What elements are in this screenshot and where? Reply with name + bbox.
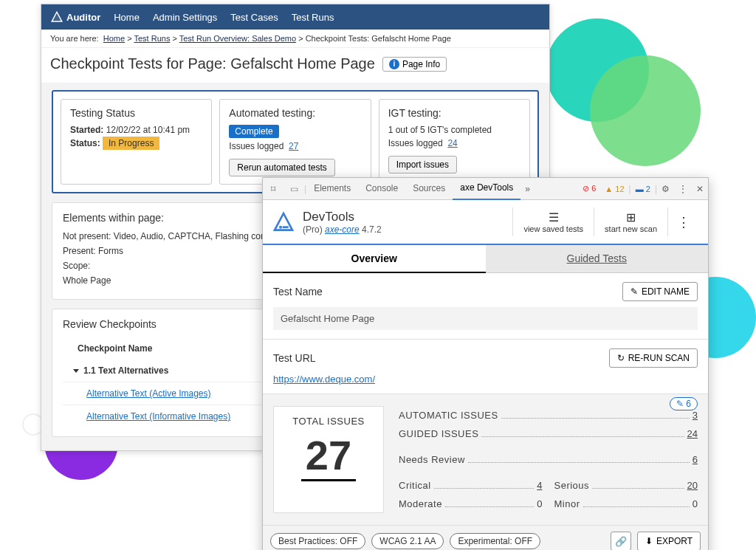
chip-experimental[interactable]: Experimental: OFF bbox=[450, 533, 540, 549]
minor-label: Minor bbox=[554, 498, 580, 509]
needs-review-label: Needs Review bbox=[399, 454, 465, 465]
complete-badge: Complete bbox=[229, 125, 278, 138]
more-tabs-icon[interactable]: » bbox=[520, 184, 535, 194]
page-title-row: Checkpoint Tests for Page: Gefalscht Hom… bbox=[41, 48, 549, 83]
error-count[interactable]: ⊘ 6 bbox=[580, 184, 599, 193]
pencil-icon: ✎ bbox=[630, 286, 638, 297]
testing-status-card: Testing Status Started: 12/02/22 at 10:4… bbox=[61, 99, 212, 185]
auto-issues-label: Issues logged bbox=[229, 141, 284, 151]
info-count[interactable]: ▬ 2 bbox=[633, 185, 653, 193]
issues-summary: 6 TOTAL ISSUES 27 AUTOMATIC ISSUES3 GUID… bbox=[263, 394, 708, 525]
guided-issues-value[interactable]: 24 bbox=[687, 428, 698, 439]
view-saved-tests-button[interactable]: ☰view saved tests bbox=[512, 207, 594, 236]
warning-count[interactable]: ▲ 12 bbox=[602, 185, 627, 193]
close-icon[interactable]: ✕ bbox=[692, 184, 708, 194]
total-issues-value[interactable]: 27 bbox=[301, 431, 356, 481]
devtools-browser-tabs: ⌑ ▭ | Elements Console Sources axe DevTo… bbox=[263, 178, 708, 200]
started-value: 12/02/22 at 10:41 pm bbox=[106, 125, 190, 135]
start-new-scan-button[interactable]: ⊞start new scan bbox=[594, 207, 667, 236]
axe-logo-icon bbox=[272, 210, 295, 234]
chip-wcag[interactable]: WCAG 2.1 AA bbox=[371, 533, 444, 549]
test-url-link[interactable]: https://www.deque.com/ bbox=[273, 374, 375, 385]
tab-sources[interactable]: Sources bbox=[405, 178, 453, 199]
auditor-app-name: Auditor bbox=[66, 12, 100, 23]
moderate-label: Moderate bbox=[399, 498, 442, 509]
started-label: Started: bbox=[70, 125, 103, 135]
automated-testing-card: Automated testing: Complete Issues logge… bbox=[219, 99, 371, 185]
edit-issues-pill[interactable]: 6 bbox=[670, 397, 698, 410]
tab-axe-devtools[interactable]: axe DevTools bbox=[453, 177, 520, 200]
test-name-value: Gefalscht Home Page bbox=[273, 307, 698, 330]
auditor-logo[interactable]: Auditor bbox=[50, 10, 100, 24]
tab-guided-tests[interactable]: Guided Tests bbox=[486, 245, 709, 273]
breadcrumb-current: Checkpoint Tests: Gefalscht Home Page bbox=[306, 34, 451, 43]
decor-circle-green bbox=[590, 55, 701, 166]
download-icon: ⬇ bbox=[645, 536, 653, 546]
minor-value: 0 bbox=[693, 498, 698, 509]
page-title: Checkpoint Tests for Page: Gefalscht Hom… bbox=[50, 55, 375, 72]
breadcrumb-label: You are here: bbox=[50, 34, 99, 43]
tab-overview[interactable]: Overview bbox=[263, 245, 486, 273]
chip-best-practices[interactable]: Best Practices: OFF bbox=[270, 533, 365, 549]
breadcrumb-overview[interactable]: Test Run Overview: Sales Demo bbox=[179, 34, 296, 43]
auditor-logo-icon bbox=[50, 10, 63, 24]
igt-issues-link[interactable]: 24 bbox=[447, 138, 457, 148]
serious-label: Serious bbox=[554, 480, 590, 491]
status-label: Status: bbox=[70, 138, 100, 148]
automatic-issues-value[interactable]: 3 bbox=[693, 410, 698, 421]
total-issues-label: TOTAL ISSUES bbox=[287, 416, 370, 427]
breadcrumb: You are here: Home > Test Runs > Test Ru… bbox=[41, 30, 549, 48]
status-badge: In Progress bbox=[103, 137, 159, 150]
checkpoint-link-active-images[interactable]: Alternative Text (Active Images) bbox=[86, 388, 211, 399]
page-info-button[interactable]: i Page Info bbox=[382, 57, 447, 72]
total-issues-box: TOTAL ISSUES 27 bbox=[273, 406, 384, 513]
guided-issues-label: GUIDED ISSUES bbox=[399, 428, 478, 439]
test-url-label: Test URL bbox=[273, 352, 316, 364]
import-issues-button[interactable]: Import issues bbox=[388, 156, 457, 173]
breadcrumb-test-runs[interactable]: Test Runs bbox=[134, 34, 170, 43]
more-menu-button[interactable]: ⋮ bbox=[667, 207, 699, 236]
kebab-icon[interactable]: ⋮ bbox=[674, 184, 692, 194]
inspect-icon[interactable]: ⌑ bbox=[263, 184, 284, 194]
testing-status-title: Testing Status bbox=[70, 107, 202, 119]
test-name-label: Test Name bbox=[273, 286, 323, 298]
devtools-footer: Best Practices: OFF WCAG 2.1 AA Experime… bbox=[263, 525, 708, 550]
device-icon[interactable]: ▭ bbox=[284, 184, 304, 194]
automatic-issues-label: AUTOMATIC ISSUES bbox=[399, 410, 498, 421]
tab-console[interactable]: Console bbox=[358, 178, 405, 199]
devtools-window: ⌑ ▭ | Elements Console Sources axe DevTo… bbox=[262, 177, 709, 550]
devtools-title: DevTools bbox=[303, 210, 382, 224]
igt-summary: 1 out of 5 IGT's completed bbox=[388, 125, 520, 135]
igt-issues-label: Issues logged bbox=[388, 138, 443, 148]
rerun-automated-button[interactable]: Rerun automated tests bbox=[229, 159, 334, 176]
list-icon: ☰ bbox=[523, 210, 583, 224]
needs-review-value[interactable]: 6 bbox=[693, 454, 698, 465]
nav-test-cases[interactable]: Test Cases bbox=[230, 12, 278, 23]
page-info-label: Page Info bbox=[402, 59, 440, 69]
nav-test-runs[interactable]: Test Runs bbox=[292, 12, 334, 23]
tab-elements[interactable]: Elements bbox=[306, 178, 358, 199]
nav-home[interactable]: Home bbox=[114, 12, 140, 23]
automated-title: Automated testing: bbox=[229, 107, 361, 119]
edit-name-button[interactable]: ✎EDIT NAME bbox=[622, 282, 698, 301]
auditor-navbar: Auditor Home Admin Settings Test Cases T… bbox=[41, 4, 549, 30]
info-icon: i bbox=[389, 59, 399, 69]
auto-issues-link[interactable]: 27 bbox=[289, 141, 298, 151]
svg-point-0 bbox=[279, 225, 282, 228]
rerun-scan-button[interactable]: ↻RE-RUN SCAN bbox=[609, 348, 698, 368]
breadcrumb-home[interactable]: Home bbox=[103, 34, 125, 43]
critical-value[interactable]: 4 bbox=[537, 480, 542, 491]
checkpoint-group-label: 1.1 Text Alternatives bbox=[83, 365, 168, 376]
devtools-subtitle: (Pro) axe-core 4.7.2 bbox=[303, 224, 382, 235]
refresh-icon: ↻ bbox=[617, 353, 625, 363]
serious-value[interactable]: 20 bbox=[687, 480, 698, 491]
plus-icon: ⊞ bbox=[605, 210, 657, 224]
export-button[interactable]: ⬇EXPORT bbox=[637, 532, 701, 550]
checkpoint-link-informative-images[interactable]: Alternative Text (Informative Images) bbox=[86, 411, 230, 422]
nav-admin-settings[interactable]: Admin Settings bbox=[153, 12, 217, 23]
share-link-button[interactable]: 🔗 bbox=[611, 532, 631, 550]
gear-icon[interactable]: ⚙ bbox=[657, 184, 674, 194]
igt-testing-card: IGT testing: 1 out of 5 IGT's completed … bbox=[379, 99, 530, 185]
axe-core-link[interactable]: axe-core bbox=[325, 224, 360, 235]
devtools-header: DevTools (Pro) axe-core 4.7.2 ☰view save… bbox=[263, 200, 708, 245]
